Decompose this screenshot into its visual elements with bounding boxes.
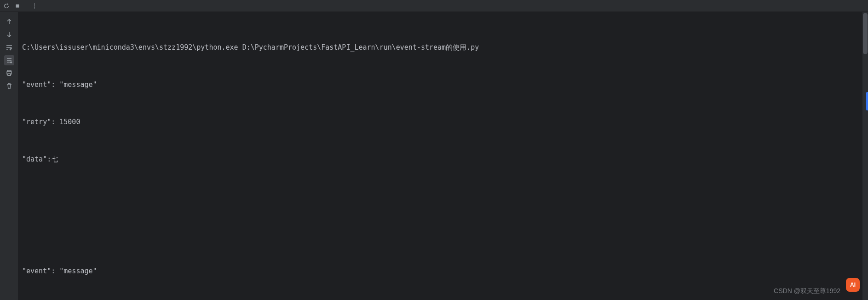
arrow-down-icon[interactable] [4,29,14,40]
scrollbar-thumb[interactable] [863,13,868,54]
watermark-text: CSDN @双天至尊1992 [774,287,840,295]
svg-point-3 [34,7,35,8]
console-line: "event": "message" [22,79,864,91]
console-blank-line [22,228,864,240]
scrollbar-track[interactable] [862,12,868,300]
soft-wrap-icon[interactable] [4,42,14,52]
right-edge-indicator [866,92,868,110]
svg-rect-0 [16,4,19,7]
console-output[interactable]: C:\Users\issuser\miniconda3\envs\stzz199… [18,12,868,300]
ai-badge-icon[interactable]: AI [846,278,860,292]
console-toolbar [0,0,868,12]
console-command-line: C:\Users\issuser\miniconda3\envs\stzz199… [22,41,864,54]
console-blank-line [22,190,864,203]
stop-icon[interactable] [14,2,21,10]
svg-point-2 [34,5,35,6]
console-line: "data":七 [22,153,864,166]
arrow-up-icon[interactable] [4,17,14,27]
console-gutter [0,12,18,300]
rerun-icon[interactable] [3,2,10,10]
scroll-to-end-icon[interactable] [4,55,14,65]
trash-icon[interactable] [4,81,14,91]
print-icon[interactable] [4,68,14,78]
more-icon[interactable] [31,2,38,10]
toolbar-separator [26,2,26,10]
svg-point-1 [34,3,35,4]
svg-rect-5 [8,74,11,75]
console-line: "retry": 15000 [22,116,864,128]
main-area: C:\Users\issuser\miniconda3\envs\stzz199… [0,12,868,300]
console-line: "event": "message" [22,265,864,277]
